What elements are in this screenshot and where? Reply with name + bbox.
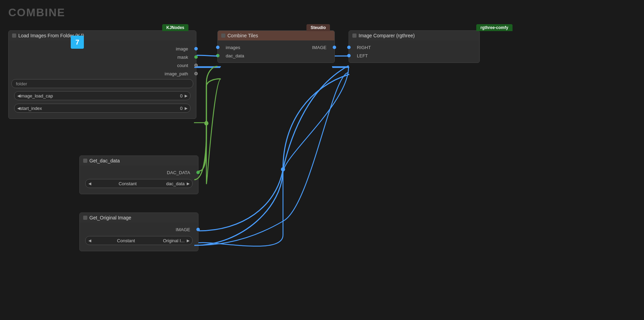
mask-label: mask [177, 55, 188, 60]
dac-constant-value: dac_data [166, 181, 185, 186]
count-label: count [177, 63, 188, 68]
get-dac-header: Get_dac_data [80, 156, 198, 166]
dac-data-input-label: dac_data [226, 53, 244, 58]
img-compare-title: Image Comparer (rgthree) [359, 33, 415, 38]
start-index-control: ◀ start_index 0 ▶ [9, 102, 196, 116]
start-index-stepper[interactable]: ◀ start_index 0 ▶ [14, 104, 191, 113]
left-input-port[interactable] [347, 54, 351, 57]
image-output-port-orig[interactable] [196, 228, 200, 231]
mask-output-port[interactable] [194, 55, 198, 59]
orig-constant-value: Original I... [163, 238, 185, 243]
get-dac-icon [83, 159, 87, 163]
steudio-badge: Steudio [306, 24, 330, 31]
image-port-row: image [9, 45, 196, 53]
dac-constant-control: ◀ Constant dac_data ▶ [80, 177, 198, 191]
image-load-cap-control: ◀ image_load_cap 0 ▶ [9, 90, 196, 102]
image-load-cap-label: image_load_cap [20, 93, 178, 98]
combine-tiles-icon [221, 34, 225, 38]
dac-data-output-row: DAC_DATA [80, 168, 198, 177]
folder-control: folder [9, 78, 196, 90]
orig-constant-control: ◀ Constant Original I... ▶ [80, 234, 198, 248]
image-path-output-port[interactable] [194, 72, 198, 75]
combine-tiles-header: Combine Tiles [218, 31, 334, 40]
dac-constant-dec[interactable]: ◀ [88, 181, 91, 186]
get-orig-icon [83, 216, 87, 220]
get-original-image-node: Get_Original Image IMAGE ◀ Constant Orig… [79, 213, 198, 251]
image-load-cap-inc[interactable]: ▶ [185, 94, 187, 98]
right-label: RIGHT [357, 45, 371, 50]
start-index-label: start_index [20, 106, 178, 111]
orig-constant-inc[interactable]: ▶ [187, 238, 189, 243]
image-output-port-combine[interactable] [333, 46, 336, 49]
orig-constant-label: Constant [91, 238, 161, 243]
get-orig-header: Get_Original Image [80, 213, 198, 223]
combine-tiles-node: Combine Tiles images IMAGE dac_data [217, 30, 335, 63]
node-icon [12, 34, 16, 38]
dac-data-output-label: DAC_DATA [167, 170, 190, 175]
load-images-header: Load Images From Folder (KJ) [9, 31, 196, 40]
images-input-label: images [226, 45, 240, 50]
rgthree-badge: rgthree-comfy [476, 24, 513, 31]
img-compare-header: Image Comparer (rgthree) [349, 31, 479, 40]
left-port-row: LEFT [349, 51, 479, 60]
image-load-cap-value: 0 [180, 93, 183, 98]
image-label: image [176, 46, 188, 51]
dac-data-input-port[interactable] [216, 54, 219, 57]
start-index-value: 0 [180, 106, 183, 111]
image-load-cap-stepper[interactable]: ◀ image_load_cap 0 ▶ [14, 91, 191, 100]
start-index-dec[interactable]: ◀ [17, 106, 20, 111]
image-output-label-orig: IMAGE [176, 227, 190, 232]
get-orig-title: Get_Original Image [89, 215, 131, 220]
image-path-port-row: image_path [9, 69, 196, 78]
folder-input[interactable]: folder [11, 79, 193, 88]
orig-constant-stepper[interactable]: ◀ Constant Original I... ▶ [85, 236, 193, 245]
combine-tiles-title: Combine Tiles [227, 33, 258, 38]
load-images-node: Load Images From Folder (KJ) 7 image mas… [8, 30, 196, 119]
right-input-port[interactable] [347, 46, 351, 49]
start-index-inc[interactable]: ▶ [185, 106, 187, 111]
count-port-row: count [9, 61, 196, 69]
image-load-cap-dec[interactable]: ◀ [17, 94, 20, 98]
count-output-port[interactable] [194, 64, 198, 67]
right-port-row: RIGHT [349, 43, 479, 51]
image-comparer-node: Image Comparer (rgthree) RIGHT LEFT [349, 30, 480, 63]
image-output-port[interactable] [194, 47, 198, 50]
images-port-row: images IMAGE [218, 43, 334, 51]
image-path-label: image_path [165, 71, 188, 76]
image-output-label: IMAGE [312, 45, 326, 50]
left-label: LEFT [357, 53, 368, 58]
number-badge-7: 7 [71, 36, 84, 49]
mask-port-row: mask [9, 53, 196, 61]
dac-data-port-row: dac_data [218, 51, 334, 60]
orig-constant-dec[interactable]: ◀ [88, 238, 91, 243]
get-dac-data-node: Get_dac_data DAC_DATA ◀ Constant dac_dat… [79, 156, 198, 194]
image-output-row: IMAGE [80, 225, 198, 234]
img-compare-icon [352, 34, 357, 38]
dac-constant-label: Constant [91, 181, 164, 186]
kjnodes-badge: KJNodes [162, 24, 188, 31]
images-input-port[interactable] [216, 46, 219, 49]
dac-constant-stepper[interactable]: ◀ Constant dac_data ▶ [85, 179, 193, 188]
folder-value: folder [16, 81, 27, 86]
app-title: COMBINE [8, 6, 65, 19]
dac-data-output-port[interactable] [196, 171, 200, 174]
get-dac-title: Get_dac_data [89, 158, 120, 163]
dac-constant-inc[interactable]: ▶ [187, 181, 189, 186]
